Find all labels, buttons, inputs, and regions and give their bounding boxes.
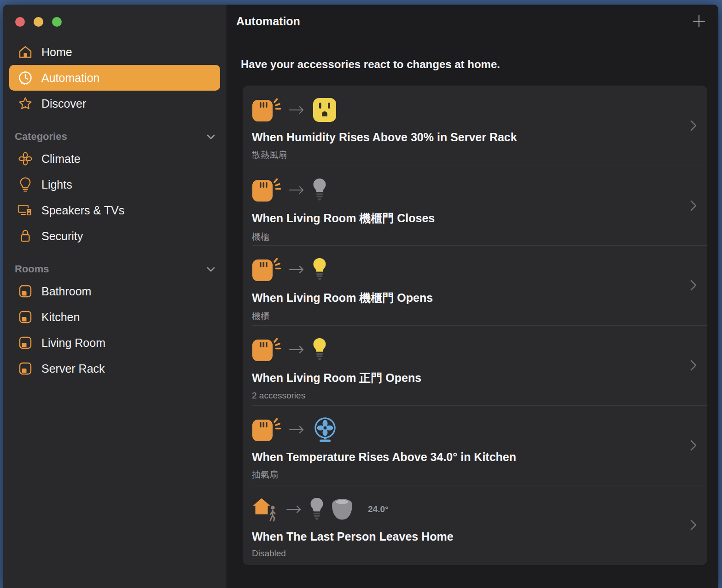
automation-title: When The Last Person Leaves Home [252,530,680,543]
arrow-right-icon [289,105,305,115]
sidebar-nav: Home Automation Discover [3,39,227,116]
chevron-down-icon[interactable] [205,131,216,142]
automation-title: When Temperature Rises Above 34.0° in Ki… [252,450,680,464]
chevron-right-icon [690,119,697,132]
sidebar-item-speakers-tvs[interactable]: Speakers & TVs [9,197,220,223]
room-icon [17,335,33,350]
sidebar-item-label: Server Rack [41,362,105,375]
categories-list: Climate Lights Speakers & TVs Security [3,146,227,249]
lightbulb-icon [17,176,33,193]
automation-title: When Living Room 正門 Opens [252,370,680,386]
contact-sensor-icon [252,98,281,122]
sidebar-item-lights[interactable]: Lights [9,172,220,197]
automation-subtitle: 機櫃 [252,231,680,243]
automation-row[interactable]: 24.0° When The Last Person Leaves Home D… [243,485,707,565]
page-title: Automation [236,15,692,28]
automation-subtitle: 抽氣扇 [252,469,680,481]
sidebar-item-label: Security [41,230,83,243]
chevron-right-icon [690,439,697,452]
automation-subtitle: 2 accessories [252,391,680,401]
sidebar-item-server-rack[interactable]: Server Rack [9,356,220,381]
sidebar-item-kitchen[interactable]: Kitchen [9,304,220,330]
lightbulb-on-icon [313,258,326,282]
contact-sensor-icon [252,418,281,442]
sidebar-item-label: Climate [41,152,81,166]
automation-title: When Humidity Rises Above 30% in Server … [252,131,680,144]
contact-sensor-icon [252,258,281,282]
sidebar-item-label: Lights [41,178,72,191]
sidebar-item-label: Kitchen [41,311,80,324]
zoom-button[interactable] [52,17,62,27]
room-icon [17,310,33,324]
room-icon [17,361,33,376]
categories-section-header[interactable]: Categories [3,127,227,146]
lightbulb-off-icon [313,178,326,202]
automation-row[interactable]: When Temperature Rises Above 34.0° in Ki… [243,405,707,485]
rooms-section-header[interactable]: Rooms [3,260,227,278]
sidebar-item-label: Automation [41,71,99,85]
homepod-icon [329,497,355,521]
home-app-window: Home Automation Discover Categories Clim… [3,5,718,588]
lightbulb-off-icon [310,497,324,521]
chevron-right-icon [690,519,697,531]
outlet-icon [313,98,337,122]
sidebar-item-label: Speakers & TVs [41,204,124,217]
fan-icon [17,151,33,166]
traffic-lights [3,5,227,39]
fan-appliance-icon [313,416,338,443]
sidebar-item-living-room[interactable]: Living Room [9,330,220,356]
sidebar-item-climate[interactable]: Climate [9,146,220,172]
plus-icon [692,14,706,28]
sidebar: Home Automation Discover Categories Clim… [3,5,227,588]
arrow-right-icon [289,185,305,195]
automation-subtitle: 機櫃 [252,311,680,323]
main-content: Automation Have your accessories react t… [227,5,718,588]
temperature-annotation: 24.0° [368,504,389,514]
automation-title: When Living Room 機櫃門 Closes [252,211,680,226]
speaker-tv-icon [17,203,33,218]
automation-list: When Humidity Rises Above 30% in Server … [243,86,707,565]
automation-row[interactable]: When Living Room 機櫃門 Opens 機櫃 [243,245,707,325]
sidebar-item-automation[interactable]: Automation [9,65,220,91]
automation-title: When Living Room 機櫃門 Opens [252,290,680,306]
chevron-right-icon [690,199,697,212]
automation-row[interactable]: When Living Room 機櫃門 Closes 機櫃 [243,166,707,246]
rooms-list: Bathroom Kitchen Living Room Server Rack [3,278,227,381]
house-icon [17,45,33,59]
minimize-button[interactable] [34,17,43,27]
section-title: Rooms [15,263,49,275]
main-header: Automation [227,5,718,38]
sidebar-item-bathroom[interactable]: Bathroom [9,278,220,304]
room-icon [17,284,33,299]
house-leave-icon [252,497,279,522]
section-title: Categories [15,131,67,143]
automation-row[interactable]: When Humidity Rises Above 30% in Server … [243,86,707,166]
arrow-right-icon [289,425,305,434]
sidebar-item-discover[interactable]: Discover [9,91,220,116]
lock-icon [17,228,33,244]
add-automation-button[interactable] [692,14,706,29]
sidebar-item-label: Home [41,46,72,59]
lightbulb-on-icon [313,338,326,362]
chevron-right-icon [690,359,697,372]
arrow-right-icon [289,345,305,354]
arrow-right-icon [286,505,303,514]
contact-sensor-icon [252,338,281,362]
sidebar-item-label: Bathroom [41,285,91,298]
chevron-right-icon [690,279,697,292]
arrow-right-icon [289,265,305,274]
sidebar-item-security[interactable]: Security [9,223,220,249]
automation-subtitle: Disabled [252,548,680,559]
clock-icon [17,70,33,85]
sidebar-item-home[interactable]: Home [9,39,220,65]
star-icon [17,96,33,111]
sidebar-item-label: Living Room [41,336,105,350]
chevron-down-icon[interactable] [205,264,216,275]
contact-sensor-icon [252,178,281,202]
automation-row[interactable]: When Living Room 正門 Opens 2 accessories [243,325,707,405]
automation-subtitle: 散熱風扇 [252,149,680,161]
close-button[interactable] [15,17,25,27]
sidebar-item-label: Discover [41,97,86,110]
page-subtitle: Have your accessories react to changes a… [227,38,718,71]
